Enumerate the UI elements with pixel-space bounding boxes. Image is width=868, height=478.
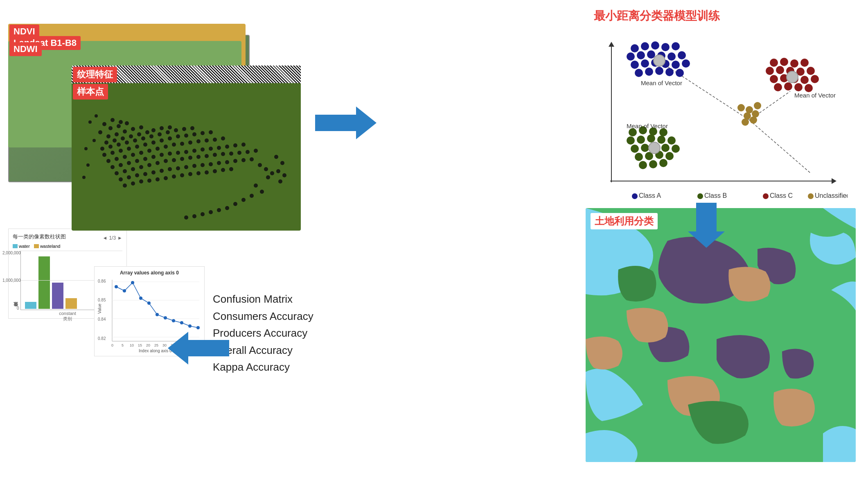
svg-point-4: [117, 124, 121, 128]
svg-point-61: [221, 136, 225, 140]
svg-point-123: [164, 176, 168, 180]
down-arrow-svg: [688, 203, 725, 248]
svg-point-118: [123, 183, 127, 188]
svg-point-64: [127, 161, 131, 165]
svg-text:0.86: 0.86: [98, 279, 106, 283]
svg-point-223: [787, 71, 798, 83]
svg-point-93: [229, 152, 233, 156]
svg-point-171: [631, 61, 639, 69]
svg-text:5: 5: [122, 343, 124, 347]
svg-point-88: [188, 156, 192, 160]
svg-line-159: [749, 120, 811, 173]
svg-point-71: [184, 150, 188, 154]
svg-point-192: [631, 145, 639, 153]
label-sample: 样本点: [73, 84, 108, 100]
svg-point-12: [104, 140, 108, 145]
svg-point-186: [659, 128, 667, 136]
svg-point-76: [225, 145, 229, 149]
accuracy-section: Confusion Matrix Consumers Accuracy Prod…: [213, 291, 327, 376]
svg-point-202: [649, 160, 657, 168]
svg-text:Mean of Vector: Mean of Vector: [794, 92, 836, 99]
svg-point-23: [117, 143, 121, 147]
svg-point-42: [176, 134, 180, 138]
bar-chart-next[interactable]: ►: [117, 235, 122, 241]
bar-legend: water wasteland: [13, 244, 122, 249]
svg-point-84: [156, 161, 160, 165]
svg-point-73: [201, 147, 205, 152]
left-arrow-svg: [168, 332, 229, 365]
svg-point-105: [184, 165, 188, 169]
svg-point-83: [147, 163, 151, 167]
svg-text:Class C: Class C: [770, 192, 793, 199]
svg-point-221: [794, 83, 803, 91]
svg-point-269: [164, 316, 167, 319]
svg-point-87: [180, 157, 184, 161]
svg-point-127: [196, 171, 201, 175]
svg-point-79: [115, 171, 119, 175]
label-ndwi: NDWI: [9, 42, 42, 56]
svg-point-48: [115, 157, 119, 161]
svg-point-190: [657, 136, 665, 144]
svg-point-170: [678, 51, 686, 59]
svg-point-153: [184, 215, 188, 220]
svg-point-115: [264, 167, 268, 171]
svg-marker-156: [168, 332, 229, 365]
svg-point-46: [209, 130, 213, 134]
svg-point-151: [201, 212, 205, 216]
svg-text:Mean of Vector: Mean of Vector: [641, 79, 682, 86]
svg-point-29: [166, 130, 170, 134]
svg-point-112: [241, 158, 246, 162]
svg-point-133: [88, 120, 92, 124]
svg-point-179: [655, 67, 663, 75]
svg-point-40: [160, 138, 164, 143]
bar-chart-prev[interactable]: ◄: [103, 235, 108, 241]
svg-point-181: [676, 69, 684, 77]
svg-point-50: [131, 153, 135, 157]
svg-point-191: [667, 136, 676, 145]
svg-text:Class A: Class A: [639, 192, 661, 199]
svg-point-104: [176, 166, 180, 170]
svg-point-178: [645, 68, 653, 76]
svg-point-224: [737, 104, 745, 111]
svg-point-138: [274, 155, 278, 159]
svg-point-220: [784, 82, 792, 91]
svg-point-165: [627, 52, 635, 61]
svg-point-14: [121, 136, 125, 140]
svg-point-182: [654, 55, 665, 66]
bar-chart-page: 1/3: [109, 235, 116, 241]
svg-point-189: [647, 134, 655, 143]
svg-point-197: [635, 153, 643, 161]
land-map-title: 土地利用分类: [591, 213, 658, 229]
bar-wasteland-tall: [38, 256, 50, 309]
svg-point-54: [164, 145, 168, 149]
svg-point-196: [672, 145, 680, 153]
svg-point-188: [637, 136, 645, 144]
svg-point-219: [774, 83, 782, 91]
svg-point-107: [201, 163, 205, 167]
svg-point-66: [143, 157, 147, 161]
svg-point-36: [127, 147, 131, 151]
svg-point-148: [225, 206, 229, 210]
svg-line-157: [661, 63, 749, 120]
svg-point-72: [192, 149, 196, 153]
svg-point-19: [160, 126, 164, 130]
svg-point-111: [233, 159, 237, 163]
svg-point-6: [98, 130, 102, 134]
sample-dots: [72, 83, 301, 231]
svg-text:10: 10: [130, 343, 134, 347]
svg-point-209: [766, 67, 774, 75]
layer-sample: [72, 83, 301, 231]
svg-point-69: [168, 152, 172, 156]
svg-point-193: [641, 144, 649, 152]
svg-point-218: [811, 75, 819, 83]
svg-point-264: [123, 289, 126, 292]
svg-point-143: [254, 183, 258, 188]
svg-point-126: [188, 172, 192, 176]
svg-point-163: [661, 43, 670, 51]
svg-point-77: [233, 143, 237, 147]
svg-point-68: [160, 153, 164, 157]
svg-point-119: [131, 181, 135, 186]
svg-point-60: [213, 138, 217, 142]
svg-point-1: [110, 118, 115, 122]
svg-point-15: [129, 134, 133, 138]
